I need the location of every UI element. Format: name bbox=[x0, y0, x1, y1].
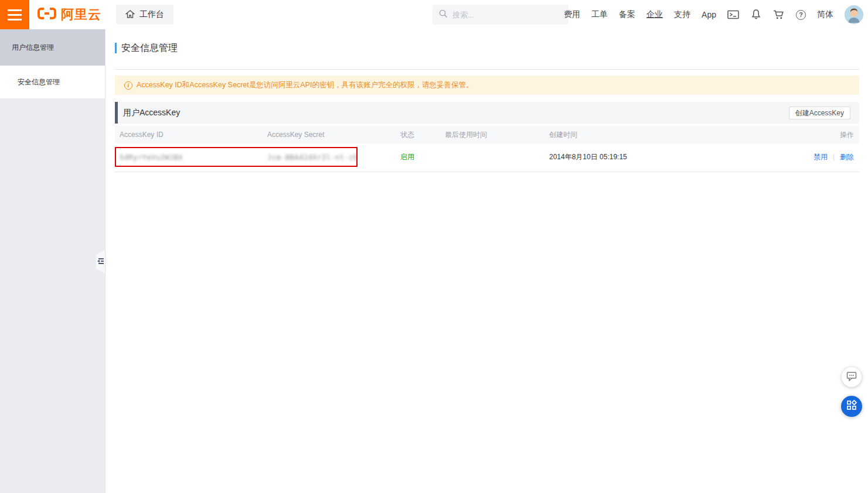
search-box[interactable] bbox=[433, 5, 569, 25]
home-icon bbox=[125, 9, 135, 20]
app-grid-icon bbox=[846, 400, 857, 413]
info-icon: i bbox=[124, 81, 132, 90]
col-actions: 操作 bbox=[771, 126, 859, 143]
sidebar-collapse-handle[interactable] bbox=[96, 250, 105, 273]
action-separator: | bbox=[833, 153, 835, 161]
sidebar-item-label: 安全信息管理 bbox=[18, 77, 60, 87]
delete-accesskey-link[interactable]: 删除 bbox=[840, 153, 854, 161]
user-avatar[interactable] bbox=[845, 5, 863, 24]
menu-item-app[interactable]: App bbox=[702, 10, 716, 19]
language-switch[interactable]: 简体 bbox=[817, 9, 833, 20]
shopping-cart-icon[interactable] bbox=[773, 9, 785, 20]
accesskey-table-wrap: AccessKey ID AccessKey Secret 状态 最后使用时间 … bbox=[115, 126, 859, 172]
accesskey-id-redacted-value: 5dRyrYeVu2WJBX bbox=[120, 153, 183, 162]
search-input[interactable] bbox=[452, 11, 552, 19]
col-status: 状态 bbox=[396, 126, 440, 143]
menu-item-enterprise[interactable]: 企业 bbox=[646, 9, 663, 20]
table-header-row: AccessKey ID AccessKey Secret 状态 最后使用时间 … bbox=[115, 126, 859, 143]
last-used-cell bbox=[440, 143, 544, 172]
create-accesskey-button[interactable]: 创建AccessKey bbox=[789, 107, 850, 119]
top-right-menu: 费用 工单 备案 企业 支持 App ? 简体 bbox=[564, 0, 863, 29]
col-accesskey-id: AccessKey ID bbox=[115, 126, 263, 143]
created-time-cell: 2014年8月10日 05:19:15 bbox=[544, 143, 771, 172]
title-divider bbox=[115, 69, 859, 70]
feedback-chat-button[interactable] bbox=[842, 367, 862, 387]
sidebar-item-label: 用户信息管理 bbox=[12, 43, 54, 53]
col-last-used: 最后使用时间 bbox=[440, 126, 544, 143]
left-sidebar: 用户信息管理 安全信息管理 bbox=[0, 29, 105, 493]
help-icon[interactable]: ? bbox=[796, 10, 806, 20]
main-content: 安全信息管理 i AccessKey ID和AccessKey Secret是您… bbox=[106, 29, 868, 493]
aliyun-logo-icon bbox=[37, 6, 57, 23]
disable-accesskey-link[interactable]: 禁用 bbox=[813, 153, 828, 161]
notification-bell-icon[interactable] bbox=[750, 9, 762, 20]
page-title-row: 安全信息管理 bbox=[115, 42, 859, 54]
notice-text: AccessKey ID和AccessKey Secret是您访问阿里云API的… bbox=[137, 80, 473, 90]
col-created-time: 创建时间 bbox=[544, 126, 771, 143]
accesskey-table: AccessKey ID AccessKey Secret 状态 最后使用时间 … bbox=[115, 126, 859, 172]
status-cell: 启用 bbox=[396, 143, 440, 172]
actions-cell: 禁用|删除 bbox=[771, 143, 859, 172]
user-accesskey-section-header: 用户AccessKey 创建AccessKey bbox=[115, 102, 859, 124]
accesskey-row: 5dRyrYeVu2WJBX Jcm-BBAd2dXr3l-nt-zE 启用 2… bbox=[115, 143, 859, 172]
title-accent-bar bbox=[115, 43, 117, 53]
menu-item-icp-filing[interactable]: 备案 bbox=[619, 9, 635, 20]
menu-item-support[interactable]: 支持 bbox=[674, 9, 690, 20]
status-enabled-badge: 启用 bbox=[400, 153, 414, 161]
aliyun-logo-text: 阿里云 bbox=[61, 6, 101, 23]
workbench-button[interactable]: 工作台 bbox=[116, 5, 173, 25]
menu-item-ticket[interactable]: 工单 bbox=[591, 9, 608, 20]
accesskey-warning-notice: i AccessKey ID和AccessKey Secret是您访问阿里云AP… bbox=[115, 76, 859, 95]
search-icon bbox=[438, 9, 448, 20]
chat-bubble-icon bbox=[846, 371, 857, 384]
collapse-menu-icon bbox=[97, 256, 104, 267]
section-title: 用户AccessKey bbox=[123, 108, 180, 118]
page-title: 安全信息管理 bbox=[121, 42, 178, 54]
workbench-label: 工作台 bbox=[139, 9, 164, 20]
sidebar-item-user-info-management[interactable]: 用户信息管理 bbox=[0, 29, 105, 66]
col-accesskey-secret: AccessKey Secret bbox=[263, 126, 396, 143]
app-grid-button[interactable] bbox=[841, 396, 862, 417]
top-header: 阿里云 工作台 费用 工单 备案 企业 支持 App bbox=[0, 0, 868, 29]
accesskey-id-cell: 5dRyrYeVu2WJBX bbox=[115, 143, 263, 172]
sidebar-item-security-info-management[interactable]: 安全信息管理 bbox=[0, 66, 105, 98]
accesskey-secret-redacted-value: Jcm-BBAd2dXr3l-nt-zE bbox=[267, 153, 358, 162]
cloudshell-terminal-icon[interactable] bbox=[727, 9, 739, 20]
menu-item-billing[interactable]: 费用 bbox=[564, 9, 580, 20]
accesskey-secret-cell: Jcm-BBAd2dXr3l-nt-zE bbox=[263, 143, 396, 172]
hamburger-menu-button[interactable] bbox=[0, 0, 29, 29]
aliyun-logo[interactable]: 阿里云 bbox=[37, 6, 101, 23]
